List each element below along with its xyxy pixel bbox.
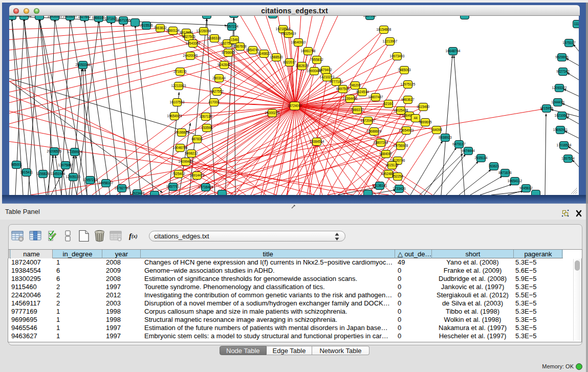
svg-text:12213967: 12213967 bbox=[383, 39, 398, 43]
svg-text:15716485: 15716485 bbox=[199, 185, 213, 189]
svg-text:11451944: 11451944 bbox=[51, 172, 66, 176]
svg-text:6479197: 6479197 bbox=[452, 142, 466, 146]
svg-text:3215958: 3215958 bbox=[540, 106, 553, 110]
svg-text:6466160: 6466160 bbox=[92, 16, 105, 19]
svg-text:14099489: 14099489 bbox=[179, 160, 193, 163]
svg-text:1527602: 1527602 bbox=[78, 16, 91, 18]
svg-text:21364436: 21364436 bbox=[343, 97, 358, 100]
svg-text:16961758: 16961758 bbox=[301, 49, 316, 53]
svg-text:2367608: 2367608 bbox=[233, 45, 247, 48]
svg-text:44: 44 bbox=[413, 116, 418, 120]
svg-text:7986372: 7986372 bbox=[351, 108, 364, 112]
svg-text:10688609: 10688609 bbox=[367, 129, 382, 133]
svg-text:12093322: 12093322 bbox=[552, 86, 567, 90]
svg-text:62160: 62160 bbox=[384, 102, 393, 105]
svg-text:1156829: 1156829 bbox=[37, 172, 50, 176]
svg-text:13325419: 13325419 bbox=[281, 32, 296, 35]
svg-text:5498222: 5498222 bbox=[185, 151, 198, 155]
svg-text:8427552: 8427552 bbox=[210, 90, 224, 93]
svg-text:1733426: 1733426 bbox=[393, 187, 406, 190]
svg-text:20206526: 20206526 bbox=[47, 149, 62, 153]
svg-text:2687062: 2687062 bbox=[363, 16, 377, 17]
svg-text:8454749: 8454749 bbox=[246, 48, 259, 52]
svg-text:10653267: 10653267 bbox=[63, 16, 78, 18]
svg-text:13975867: 13975867 bbox=[58, 163, 73, 167]
svg-text:1615132: 1615132 bbox=[385, 163, 399, 167]
svg-text:6497503: 6497503 bbox=[336, 87, 350, 91]
svg-text:7625402: 7625402 bbox=[172, 172, 185, 176]
svg-text:12505135: 12505135 bbox=[66, 175, 81, 179]
svg-text:164095: 164095 bbox=[431, 128, 442, 132]
svg-text:985001: 985001 bbox=[11, 163, 22, 166]
svg-text:19654923: 19654923 bbox=[167, 114, 182, 118]
svg-text:10953310: 10953310 bbox=[48, 16, 62, 18]
svg-text:9146821: 9146821 bbox=[257, 52, 271, 55]
svg-text:17359924: 17359924 bbox=[68, 150, 82, 154]
svg-text:10958107: 10958107 bbox=[99, 181, 114, 185]
svg-text:3267110: 3267110 bbox=[200, 115, 212, 118]
svg-text:3915411: 3915411 bbox=[20, 170, 33, 174]
svg-text:9115460: 9115460 bbox=[417, 105, 430, 108]
svg-text:8660124: 8660124 bbox=[166, 29, 180, 32]
svg-text:15720407: 15720407 bbox=[361, 119, 376, 122]
svg-text:16648784: 16648784 bbox=[446, 49, 461, 53]
svg-text:1112: 1112 bbox=[574, 22, 579, 26]
svg-text:9899695: 9899695 bbox=[419, 120, 432, 124]
svg-text:3624514: 3624514 bbox=[356, 90, 369, 94]
svg-text:1546: 1546 bbox=[231, 38, 238, 41]
svg-text:7357224: 7357224 bbox=[225, 25, 238, 28]
svg-text:7515526: 7515526 bbox=[140, 24, 153, 27]
svg-text:10543362: 10543362 bbox=[186, 41, 201, 45]
svg-text:16210643: 16210643 bbox=[555, 114, 570, 117]
svg-text:9463627: 9463627 bbox=[401, 98, 415, 101]
svg-text:17957223: 17957223 bbox=[83, 178, 98, 182]
svg-text:1362635: 1362635 bbox=[295, 64, 309, 68]
svg-text:7663822: 7663822 bbox=[154, 26, 167, 30]
svg-text:7485063: 7485063 bbox=[398, 68, 411, 72]
svg-text:16154808: 16154808 bbox=[377, 28, 391, 31]
svg-text:16782759: 16782759 bbox=[115, 186, 129, 190]
svg-text:10025438: 10025438 bbox=[394, 108, 408, 112]
svg-text:10046786: 10046786 bbox=[173, 146, 188, 149]
svg-text:16671355: 16671355 bbox=[116, 18, 131, 22]
svg-text:8471676: 8471676 bbox=[498, 171, 512, 174]
svg-text:7955812: 7955812 bbox=[310, 58, 323, 61]
svg-text:9245612: 9245612 bbox=[519, 186, 533, 190]
svg-text:17016534: 17016534 bbox=[557, 143, 572, 147]
svg-text:9227342: 9227342 bbox=[556, 70, 570, 73]
svg-text:12975125: 12975125 bbox=[401, 82, 416, 86]
svg-text:9777169: 9777169 bbox=[330, 80, 343, 83]
svg-text:18724007: 18724007 bbox=[288, 104, 302, 107]
svg-text:10654112: 10654112 bbox=[508, 179, 522, 183]
svg-text:16914479: 16914479 bbox=[190, 173, 205, 177]
svg-text:10807487: 10807487 bbox=[368, 95, 383, 99]
svg-text:15692911: 15692911 bbox=[553, 128, 568, 132]
svg-text:417004: 417004 bbox=[208, 100, 220, 104]
svg-text:9242848: 9242848 bbox=[217, 63, 231, 67]
svg-text:9684067: 9684067 bbox=[379, 152, 393, 156]
svg-text:13654923: 13654923 bbox=[399, 128, 414, 132]
svg-text:18640910: 18640910 bbox=[291, 40, 306, 44]
svg-text:25300275: 25300275 bbox=[265, 111, 280, 115]
svg-text:19166825: 19166825 bbox=[175, 130, 189, 134]
svg-text:1588520: 1588520 bbox=[270, 55, 283, 59]
svg-text:16033809: 16033809 bbox=[200, 16, 214, 16]
svg-text:12213363: 12213363 bbox=[171, 84, 186, 87]
svg-text:28053346: 28053346 bbox=[76, 63, 91, 67]
svg-text:20091406: 20091406 bbox=[17, 16, 32, 17]
svg-text:2803144: 2803144 bbox=[212, 76, 226, 80]
svg-text:15136141: 15136141 bbox=[373, 184, 387, 187]
svg-text:1244419: 1244419 bbox=[551, 100, 564, 104]
svg-text:19756928: 19756928 bbox=[394, 144, 408, 147]
svg-text:8938923: 8938923 bbox=[439, 136, 452, 139]
svg-text:763621: 763621 bbox=[488, 164, 499, 168]
svg-text:9474444: 9474444 bbox=[462, 149, 475, 152]
svg-text:13226058: 13226058 bbox=[197, 29, 211, 33]
svg-text:2718176: 2718176 bbox=[173, 70, 187, 73]
svg-text:1575107: 1575107 bbox=[562, 41, 576, 45]
svg-text:(x): (x) bbox=[132, 233, 138, 239]
svg-text:887835: 887835 bbox=[191, 137, 203, 141]
svg-text:12923448: 12923448 bbox=[130, 191, 145, 195]
svg-text:16107553: 16107553 bbox=[170, 100, 185, 104]
svg-text:19384554: 19384554 bbox=[310, 140, 324, 143]
